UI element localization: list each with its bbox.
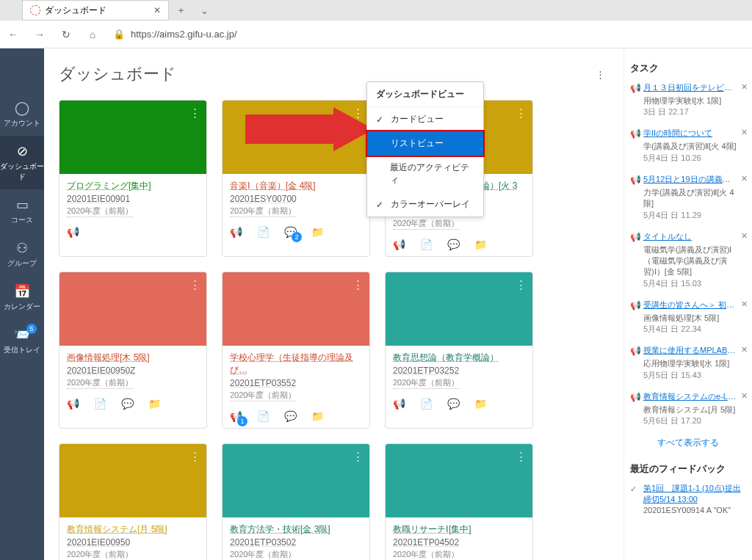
files-icon[interactable]: 📁 bbox=[474, 239, 487, 250]
dismiss-icon[interactable]: ✕ bbox=[741, 82, 748, 92]
card-title[interactable]: 教育方法学・技術[金 3限] bbox=[230, 523, 362, 536]
announce-icon[interactable]: 📢 bbox=[230, 226, 242, 238]
feedback-link[interactable]: 第1回 課題1-1 (10点)提出締切5/14 13:00 bbox=[643, 483, 746, 506]
announce-icon[interactable]: 📢 bbox=[393, 239, 405, 250]
discussion-icon[interactable]: 💬2 bbox=[284, 226, 297, 238]
assignment-icon[interactable]: 📄 bbox=[94, 398, 106, 410]
task-link[interactable]: タイトルなし bbox=[643, 231, 737, 242]
menu-item-0[interactable]: ✓ カードビュー bbox=[367, 107, 483, 131]
card-actions: 📢 📄 💬 📁 bbox=[59, 392, 206, 415]
task-link[interactable]: 受講生の皆さんへ＞ 初回講… bbox=[643, 299, 737, 310]
home-button[interactable]: ⌂ bbox=[79, 21, 106, 48]
discussion-icon[interactable]: 💬 bbox=[121, 398, 134, 410]
task-link[interactable]: 月１３日初回をテレビ会… bbox=[643, 82, 737, 93]
task-link[interactable]: 5月12日と19日の講義につ… bbox=[643, 174, 737, 185]
sidenav-item-2[interactable]: ▭ コース bbox=[0, 189, 44, 233]
card-code[interactable]: 20201EIE00901 bbox=[67, 194, 199, 204]
sidenav-item-5[interactable]: 📨 受信トレイ 5 bbox=[0, 319, 44, 363]
card-code[interactable]: 20201ETP03252 bbox=[393, 366, 525, 376]
card-menu-button[interactable]: ⋮ bbox=[189, 278, 200, 291]
card-code[interactable]: 20201ETP03552 bbox=[230, 378, 362, 388]
card-code[interactable]: 20201ESY00700 bbox=[230, 194, 362, 204]
svg-marker-0 bbox=[245, 107, 374, 151]
dashboard-main: ダッシュボード ⋮ ダッシュボードビュー ✓ カードビュー リストビュー 最近の… bbox=[44, 48, 623, 560]
announce-icon[interactable]: 📢 bbox=[67, 226, 79, 238]
assignment-icon[interactable]: 📄 bbox=[420, 239, 433, 250]
discussion-icon[interactable]: 💬 bbox=[284, 410, 297, 422]
tabs-chevron-icon[interactable]: ⌄ bbox=[193, 5, 216, 16]
dismiss-icon[interactable]: ✕ bbox=[741, 174, 748, 183]
card-title[interactable]: 画像情報処理[木 5限] bbox=[67, 352, 199, 364]
dismiss-icon[interactable]: ✕ bbox=[741, 345, 748, 354]
card-menu-button[interactable]: ⋮ bbox=[189, 450, 200, 463]
discussion-icon[interactable]: 💬 bbox=[447, 398, 460, 410]
files-icon[interactable]: 📁 bbox=[474, 398, 487, 410]
sidenav-item-0[interactable]: ◯ アカウント bbox=[0, 92, 44, 136]
dismiss-icon[interactable]: ✕ bbox=[741, 299, 748, 309]
announce-icon: 📢 bbox=[630, 175, 641, 185]
card-menu-button[interactable]: ⋮ bbox=[352, 278, 364, 291]
card-colorband: ⋮ bbox=[386, 272, 532, 346]
sidenav-item-4[interactable]: 📅 カレンダー bbox=[0, 276, 44, 319]
card-title[interactable]: 教職リサーチⅠ[集中] bbox=[393, 523, 525, 536]
task-link[interactable]: 教育情報システムのe-Lear… bbox=[643, 391, 737, 402]
menu-item-3[interactable]: ✓ カラーオーバーレイ bbox=[367, 192, 483, 217]
browser-tab[interactable]: ダッシュボード ✕ bbox=[22, 0, 169, 21]
show-all-link[interactable]: すべて表示する bbox=[630, 437, 746, 449]
menu-item-2[interactable]: 最近のアクティビティ bbox=[367, 156, 483, 192]
reload-button[interactable]: ↻ bbox=[53, 21, 79, 48]
new-tab-button[interactable]: ＋ bbox=[169, 4, 193, 17]
course-card: ⋮ 教育方法学・技術[金 3限] 20201ETP03502 2020年度（前期… bbox=[222, 443, 370, 560]
card-title[interactable]: 教育情報システム[月 5限] bbox=[67, 523, 199, 536]
tab-close-icon[interactable]: ✕ bbox=[153, 5, 161, 15]
menu-item-1[interactable]: リストビュー bbox=[367, 131, 483, 156]
card-code[interactable]: 20201ETP04502 bbox=[393, 537, 525, 548]
url-box[interactable]: 🔒 https://aims2.gifu-u.ac.jp/ bbox=[113, 29, 752, 40]
card-code[interactable]: 20201EIE00950 bbox=[67, 537, 199, 548]
discussion-icon[interactable]: 💬 bbox=[447, 239, 460, 250]
announce-icon[interactable]: 📢 bbox=[393, 398, 405, 410]
card-menu-button[interactable]: ⋮ bbox=[352, 450, 364, 463]
course-card: ⋮ 教育思想論（教育学概論） 20201ETP03252 2020年度（前期） … bbox=[385, 272, 533, 429]
forward-button[interactable]: → bbox=[26, 21, 53, 48]
assignment-icon[interactable]: 📄 bbox=[257, 410, 270, 422]
announce-icon[interactable]: 📢1 bbox=[230, 410, 242, 422]
card-code[interactable]: 20201ETP03502 bbox=[230, 537, 362, 548]
dismiss-icon[interactable]: ✕ bbox=[741, 391, 748, 401]
card-menu-button[interactable]: ⋮ bbox=[516, 106, 527, 120]
card-title[interactable]: 教育思想論（教育学概論） bbox=[393, 352, 525, 364]
files-icon[interactable]: 📁 bbox=[311, 410, 324, 422]
card-menu-button[interactable]: ⋮ bbox=[189, 106, 200, 120]
task-meta: 電磁気学(講義及び演習)Ⅰ（電磁気学(講義及び演習)Ⅰ）[金 5限] bbox=[643, 244, 737, 278]
tab-title: ダッシュボード bbox=[45, 4, 106, 17]
card-title[interactable]: プログラミング[集中] bbox=[67, 180, 199, 192]
sidenav-label: ダッシュボード bbox=[0, 162, 44, 181]
announce-icon[interactable]: 📢 bbox=[67, 398, 79, 410]
assignment-icon[interactable]: 📄 bbox=[257, 226, 270, 238]
card-title[interactable]: 音楽Ⅰ（音楽）[金 4限] bbox=[230, 180, 362, 192]
dashboard-menu-button[interactable]: ⋮ bbox=[591, 65, 609, 83]
task-time: 5月6日 日 17.20 bbox=[643, 416, 701, 425]
card-actions: 📢 📄 💬2 📁 bbox=[223, 220, 369, 244]
sidenav-item-1[interactable]: ⊘ ダッシュボード bbox=[0, 136, 44, 189]
card-title[interactable]: 学校心理学（生徒指導の理論及び… bbox=[230, 352, 362, 377]
menu-item-label: 最近のアクティビティ bbox=[390, 161, 474, 186]
dismiss-icon[interactable]: ✕ bbox=[741, 128, 748, 137]
dismiss-icon[interactable]: ✕ bbox=[741, 231, 748, 241]
announce-icon: 📢 bbox=[630, 232, 641, 242]
task-link[interactable]: 授業に使用するMPLABとx… bbox=[643, 345, 737, 356]
card-menu-button[interactable]: ⋮ bbox=[516, 278, 527, 291]
back-button[interactable]: ← bbox=[0, 21, 26, 48]
sidenav-label: グループ bbox=[7, 259, 37, 267]
assignment-icon[interactable]: 📄 bbox=[420, 398, 433, 410]
card-code[interactable]: 20201EIE00950Z bbox=[67, 366, 199, 376]
files-icon[interactable]: 📁 bbox=[148, 398, 161, 410]
course-card: ⋮ プログラミング[集中] 20201EIE00901 2020年度（前期） 📢 bbox=[59, 100, 207, 257]
card-menu-button[interactable]: ⋮ bbox=[516, 450, 527, 463]
check-icon: ✓ bbox=[630, 484, 637, 494]
task-link[interactable]: 学IIの時間について bbox=[643, 128, 737, 139]
card-term: 2020年度（前期） bbox=[230, 206, 296, 217]
sidenav-item-3[interactable]: ⚇ グループ bbox=[0, 233, 44, 276]
dashboard-view-menu: ダッシュボードビュー ✓ カードビュー リストビュー 最近のアクティビティ ✓ … bbox=[366, 81, 484, 217]
files-icon[interactable]: 📁 bbox=[311, 226, 324, 238]
